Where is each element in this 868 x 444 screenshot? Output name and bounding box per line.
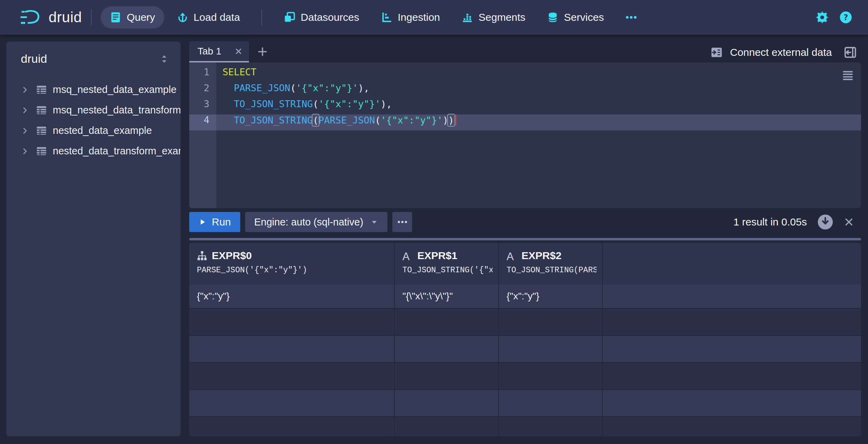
chevron-right-icon[interactable] — [21, 147, 29, 155]
datasource-tree-item[interactable]: nested_data_example — [6, 120, 181, 141]
close-results-icon[interactable] — [844, 217, 854, 227]
help-icon[interactable]: ? — [840, 11, 852, 24]
code-line[interactable]: PARSE_JSON('{"x":"y"}'), — [216, 83, 861, 99]
code-line[interactable]: SELECT — [216, 67, 861, 83]
table-cell[interactable] — [499, 417, 603, 436]
nav-item-datasources[interactable]: Datasources — [275, 6, 368, 28]
column-expression: PARSE_JSON('{"x":"y"}') — [197, 266, 389, 275]
table-cell[interactable] — [189, 309, 395, 336]
table-icon — [36, 146, 47, 156]
panel-resize-handle[interactable] — [189, 238, 861, 240]
chevron-right-icon[interactable] — [21, 86, 29, 94]
table-cell[interactable] — [499, 309, 603, 336]
table-cell[interactable]: {"x":"y"} — [189, 284, 395, 309]
sql-token: ( — [313, 99, 318, 109]
table-cell[interactable] — [395, 336, 499, 363]
table-cell-filler — [603, 363, 861, 390]
results-header-row: EXPR$0PARSE_JSON('{"x":"y"}')AEXPR$1TO_J… — [189, 243, 861, 284]
editor-menu-icon[interactable] — [842, 69, 854, 82]
results-column-header[interactable]: EXPR$0PARSE_JSON('{"x":"y"}') — [189, 243, 395, 284]
chevron-right-icon[interactable] — [21, 106, 29, 114]
table-cell[interactable] — [499, 363, 603, 390]
chevron-right-icon[interactable] — [21, 127, 29, 135]
segments-icon — [461, 11, 473, 23]
table-cell[interactable] — [189, 336, 395, 363]
double-caret-vertical-icon[interactable] — [159, 54, 169, 64]
datasource-tree-item[interactable]: msq_nested_data_transform_ex — [6, 100, 181, 120]
table-cell[interactable] — [189, 363, 395, 390]
druid-logo-icon — [19, 9, 42, 26]
column-title: EXPR$0 — [197, 250, 389, 262]
datasources-icon — [284, 11, 295, 23]
brand[interactable]: druid — [19, 9, 82, 26]
table-row — [189, 363, 861, 390]
nav-item-label: Services — [564, 11, 604, 23]
table-cell[interactable] — [499, 390, 603, 417]
results-column-header[interactable]: AEXPR$1TO_JSON_STRING('{"x"… — [395, 243, 499, 284]
sql-token: ( — [290, 83, 296, 93]
nav-item-load-data[interactable]: Load data — [168, 6, 249, 28]
open-panel-icon[interactable] — [844, 46, 857, 59]
nav-menu: QueryLoad dataDatasourcesIngestionSegmen… — [101, 6, 646, 28]
tab-label: Tab 1 — [198, 46, 234, 57]
table-cell[interactable] — [395, 309, 499, 336]
result-status-cluster: 1 result in 0.05s — [733, 214, 861, 230]
sql-token: ), — [358, 83, 369, 93]
table-icon — [36, 84, 47, 95]
gear-icon[interactable] — [816, 11, 828, 24]
table-cell[interactable] — [189, 417, 395, 436]
results-column-header[interactable]: AEXPR$2TO_JSON_STRING(PARSE… — [499, 243, 603, 284]
nav-item-services[interactable]: Services — [538, 6, 613, 28]
table-cell[interactable] — [395, 390, 499, 417]
engine-select[interactable]: Engine: auto (sql-native) — [245, 212, 387, 232]
table-cell-filler — [603, 336, 861, 363]
line-number: 2 — [189, 83, 216, 99]
nav-item-more[interactable] — [616, 6, 646, 28]
query-tab[interactable]: Tab 1 — [189, 41, 249, 62]
add-tab-icon[interactable] — [257, 46, 268, 57]
table-cell[interactable]: {"x":"y"} — [499, 284, 603, 309]
line-number: 3 — [189, 99, 216, 114]
nav-item-query[interactable]: Query — [101, 6, 164, 28]
datasource-tree-item[interactable]: msq_nested_data_example — [6, 79, 181, 100]
diagram-tree-icon — [197, 250, 207, 261]
string-type-icon: A — [402, 250, 410, 261]
nav-item-label: Ingestion — [398, 11, 440, 23]
schema-title: druid — [21, 52, 47, 66]
run-button[interactable]: Run — [189, 212, 240, 232]
nav-item-segments[interactable]: Segments — [452, 6, 534, 28]
close-icon[interactable] — [234, 47, 243, 56]
string-type-icon: A — [507, 250, 517, 261]
table-row: {"x":"y"}"{\"x\":\"y\"}"{"x":"y"} — [189, 284, 861, 309]
table-cell-filler — [603, 284, 861, 309]
connect-external-data-button[interactable]: Connect external data — [710, 46, 832, 59]
column-title: AEXPR$1 — [402, 250, 493, 262]
table-cell[interactable] — [395, 363, 499, 390]
table-cell[interactable] — [499, 336, 603, 363]
ingestion-icon — [381, 11, 393, 23]
nav-item-ingestion[interactable]: Ingestion — [372, 6, 449, 28]
svg-text:?: ? — [843, 13, 848, 22]
run-bar: Run Engine: auto (sql-native) 1 result i… — [189, 212, 861, 232]
download-icon[interactable] — [817, 214, 833, 230]
table-cell[interactable] — [395, 417, 499, 436]
nav-item-label: Segments — [478, 11, 525, 23]
datasource-tree-item[interactable]: nested_data_transform_exampl — [6, 141, 181, 161]
top-navbar: druid QueryLoad dataDatasourcesIngestion… — [0, 0, 868, 35]
sql-token: ), — [381, 99, 392, 109]
query-more-button[interactable] — [392, 212, 412, 232]
table-cell[interactable]: "{\"x\":\"y\"}" — [395, 284, 499, 309]
sql-token: ) — [447, 114, 455, 127]
code-line[interactable]: TO_JSON_STRING('{"x":"y"}'), — [216, 99, 861, 114]
column-expression: TO_JSON_STRING(PARSE… — [507, 266, 596, 275]
table-cell[interactable] — [189, 390, 395, 417]
nav-item-label: Query — [127, 11, 155, 23]
editor-code-area[interactable]: SELECT PARSE_JSON('{"x":"y"}'), TO_JSON_… — [216, 62, 861, 208]
datasource-name: nested_data_transform_exampl — [53, 145, 181, 157]
nav-right-actions: ? — [816, 11, 868, 24]
tabbar-right: Connect external data — [710, 42, 857, 62]
line-number: 1 — [189, 67, 216, 83]
code-line[interactable]: TO_JSON_STRING(PARSE_JSON('{"x":"y"}')) — [216, 114, 861, 130]
column-expression: TO_JSON_STRING('{"x"… — [402, 266, 493, 275]
sql-editor[interactable]: 1234 SELECT PARSE_JSON('{"x":"y"}'), TO_… — [189, 62, 861, 208]
